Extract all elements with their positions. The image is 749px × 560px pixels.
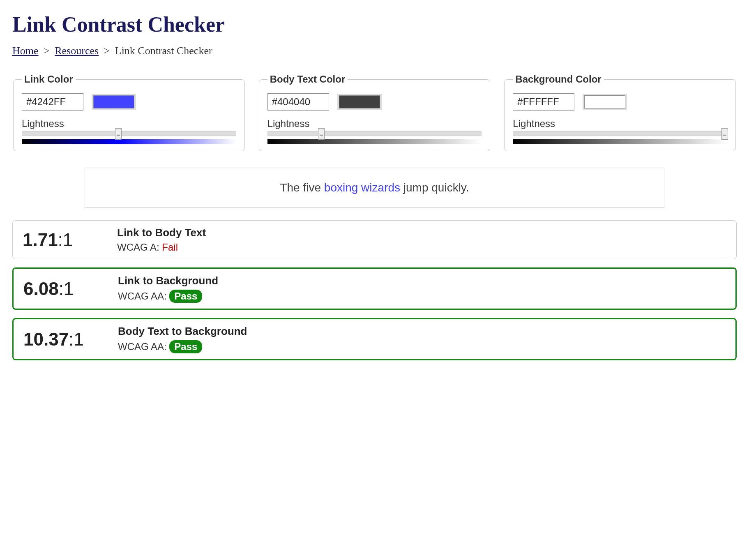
breadcrumb-resources[interactable]: Resources — [55, 45, 99, 57]
body-color-swatch[interactable] — [339, 95, 380, 108]
result-title: Link to Body Text — [117, 226, 206, 239]
link-color-hex-input[interactable] — [22, 93, 83, 111]
preview-box: The five boxing wizards jump quickly. — [85, 168, 664, 208]
contrast-ratio-suffix: :1 — [69, 329, 84, 349]
page-title: Link Contrast Checker — [12, 12, 737, 37]
link-lightness-thumb[interactable] — [115, 128, 122, 140]
body-color-hex-input[interactable] — [267, 93, 329, 111]
result-info: Body Text to BackgroundWCAG AA: Pass — [118, 325, 247, 353]
result-status-line: WCAG AA: Pass — [118, 290, 218, 303]
bg-lightness-gradient — [513, 139, 727, 144]
breadcrumb-home[interactable]: Home — [12, 45, 39, 57]
breadcrumb-current: Link Contrast Checker — [115, 45, 212, 57]
contrast-ratio-value: 6.08 — [23, 279, 59, 299]
result-status-line: WCAG AA: Pass — [118, 340, 247, 353]
result-card: 1.71:1Link to Body TextWCAG A: Fail — [12, 220, 737, 259]
bg-lightness-slider[interactable] — [513, 131, 727, 136]
preview-body-text-suffix: jump quickly. — [400, 181, 469, 194]
body-color-picker: Body Text Color Lightness — [259, 74, 491, 151]
result-info: Link to BackgroundWCAG AA: Pass — [118, 274, 218, 303]
result-info: Link to Body TextWCAG A: Fail — [117, 226, 206, 253]
breadcrumb-sep: > — [101, 45, 113, 57]
link-lightness-label: Lightness — [22, 118, 236, 129]
result-title: Link to Background — [118, 274, 218, 287]
color-pickers: Link Color Lightness Body Text Color Lig… — [12, 74, 737, 151]
result-status-line: WCAG A: Fail — [117, 242, 206, 253]
link-color-picker: Link Color Lightness — [13, 74, 245, 151]
result-title: Body Text to Background — [118, 325, 247, 338]
bg-color-swatch[interactable] — [584, 95, 625, 108]
wcag-level-label: WCAG AA: — [118, 341, 169, 352]
wcag-level-label: WCAG AA: — [118, 290, 169, 302]
body-color-swatch-frame — [337, 94, 382, 110]
contrast-ratio: 1.71:1 — [23, 230, 105, 250]
bg-color-picker: Background Color Lightness — [504, 74, 736, 151]
status-fail-text: Fail — [162, 242, 178, 253]
breadcrumb: Home > Resources > Link Contrast Checker — [12, 45, 737, 57]
status-pass-badge: Pass — [169, 290, 202, 303]
result-card: 6.08:1Link to BackgroundWCAG AA: Pass — [12, 267, 737, 310]
bg-color-legend: Background Color — [513, 74, 604, 85]
contrast-ratio: 10.37:1 — [23, 329, 106, 350]
contrast-ratio-suffix: :1 — [58, 230, 73, 250]
bg-color-hex-input[interactable] — [513, 93, 574, 111]
body-lightness-thumb[interactable] — [318, 128, 325, 140]
body-color-legend: Body Text Color — [267, 74, 348, 85]
contrast-ratio-suffix: :1 — [59, 279, 74, 299]
bg-lightness-label: Lightness — [513, 118, 727, 129]
contrast-ratio-value: 1.71 — [23, 230, 58, 250]
preview-link-text: boxing wizards — [324, 181, 400, 194]
bg-color-swatch-frame — [583, 94, 627, 110]
link-lightness-slider[interactable] — [22, 131, 236, 136]
link-color-legend: Link Color — [22, 74, 76, 85]
link-lightness-gradient — [22, 139, 236, 144]
preview-body-text-prefix: The five — [280, 181, 324, 194]
results-list: 1.71:1Link to Body TextWCAG A: Fail6.08:… — [12, 220, 737, 360]
link-color-swatch-frame — [92, 94, 136, 110]
contrast-ratio-value: 10.37 — [23, 329, 69, 349]
status-pass-badge: Pass — [169, 340, 202, 353]
contrast-ratio: 6.08:1 — [23, 279, 106, 299]
bg-lightness-thumb[interactable] — [721, 128, 728, 140]
breadcrumb-sep: > — [41, 45, 52, 57]
wcag-level-label: WCAG A: — [117, 242, 162, 253]
result-card: 10.37:1Body Text to BackgroundWCAG AA: P… — [12, 318, 737, 360]
body-lightness-label: Lightness — [267, 118, 482, 129]
body-lightness-slider[interactable] — [267, 131, 482, 136]
link-color-swatch[interactable] — [93, 95, 134, 108]
body-lightness-gradient — [267, 139, 482, 144]
